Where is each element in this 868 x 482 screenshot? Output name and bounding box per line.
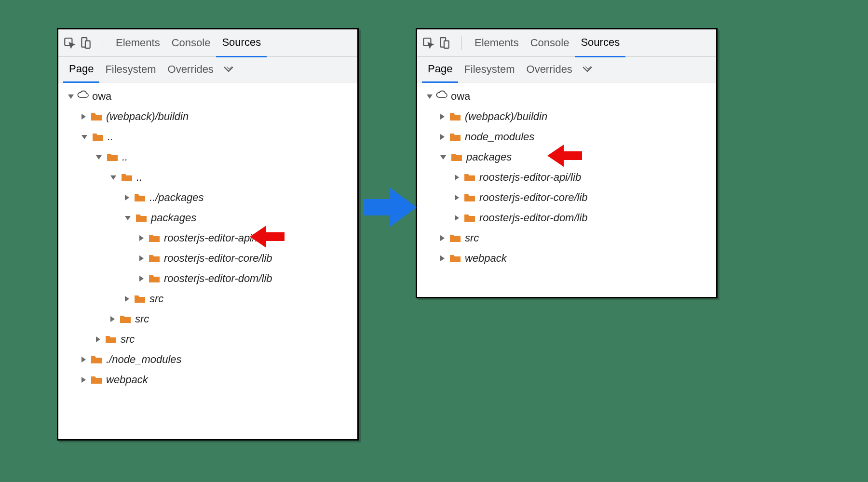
- subtab-filesystem[interactable]: Filesystem: [99, 57, 162, 82]
- subtab-page[interactable]: Page: [422, 56, 458, 83]
- chevron-right-icon: [455, 174, 459, 180]
- chevron-right-icon: [81, 357, 86, 362]
- devtools-right-panel: Elements Console Sources Page Filesystem…: [416, 28, 718, 298]
- tree-item[interactable]: roosterjs-editor-api/lib: [417, 167, 716, 187]
- tree-item[interactable]: src: [417, 228, 716, 248]
- more-tabs-icon[interactable]: [582, 63, 593, 76]
- tree-root[interactable]: owa: [417, 86, 716, 107]
- tree-item[interactable]: roosterjs-editor-dom/lib: [58, 268, 357, 289]
- tree-item-label: ./node_modules: [106, 353, 182, 366]
- tab-console[interactable]: Console: [525, 29, 575, 56]
- folder-icon: [134, 193, 146, 202]
- tree-item-label: src: [121, 333, 135, 346]
- chevron-right-icon: [81, 114, 86, 120]
- chevron-right-icon: [139, 255, 144, 261]
- folder-icon: [105, 335, 117, 344]
- chevron-down-icon: [427, 94, 433, 99]
- separator: [461, 36, 462, 50]
- tree-item[interactable]: roosterjs-editor-api/lib: [58, 228, 357, 248]
- chevron-right-icon: [139, 235, 144, 241]
- svg-rect-10: [364, 199, 392, 215]
- tree-item-label: owa: [92, 90, 111, 103]
- more-tabs-icon[interactable]: [223, 63, 234, 76]
- tree-item[interactable]: roosterjs-editor-core/lib: [417, 187, 716, 208]
- tree-item[interactable]: ../packages: [58, 187, 357, 208]
- chevron-right-icon: [440, 235, 445, 241]
- device-toggle-icon[interactable]: [438, 37, 451, 49]
- tree-item-label: ..: [108, 131, 113, 143]
- tab-elements[interactable]: Elements: [110, 29, 166, 56]
- chevron-right-icon: [440, 114, 445, 120]
- chevron-right-icon: [139, 276, 144, 281]
- folder-icon: [449, 233, 461, 243]
- chevron-down-icon: [440, 155, 446, 160]
- tree-item-label: roosterjs-editor-dom/lib: [479, 212, 588, 224]
- chevron-right-icon: [125, 296, 129, 302]
- tree-item[interactable]: webpack: [417, 248, 716, 268]
- chevron-right-icon: [455, 195, 459, 201]
- subtab-filesystem[interactable]: Filesystem: [458, 57, 520, 82]
- tab-elements[interactable]: Elements: [469, 29, 525, 56]
- tree-item-packages[interactable]: packages: [58, 208, 357, 228]
- tree-item-label: (webpack)/buildin: [106, 110, 189, 123]
- chevron-right-icon: [81, 377, 86, 383]
- tree-item-label: webpack: [106, 374, 148, 386]
- tree-item[interactable]: ..: [58, 167, 357, 187]
- file-tree-left: owa (webpack)/buildin .. ..: [58, 82, 357, 396]
- inspect-icon[interactable]: [422, 37, 434, 49]
- chevron-down-icon: [110, 175, 116, 180]
- device-toggle-icon[interactable]: [80, 37, 92, 49]
- chevron-down-icon: [68, 94, 74, 99]
- subtab-page[interactable]: Page: [63, 56, 99, 83]
- tree-item-label: src: [135, 313, 149, 325]
- top-tabbar: Elements Console Sources: [417, 29, 716, 57]
- chevron-right-icon: [455, 215, 459, 221]
- folder-icon: [134, 294, 146, 304]
- tab-sources[interactable]: Sources: [575, 29, 625, 57]
- folder-icon: [91, 112, 102, 121]
- chevron-right-icon: [125, 195, 129, 201]
- folder-icon: [149, 274, 160, 283]
- tree-item[interactable]: src: [58, 289, 357, 309]
- tree-item-label: packages: [151, 212, 196, 224]
- svg-rect-5: [444, 41, 449, 48]
- separator: [103, 36, 103, 50]
- tree-item[interactable]: (webpack)/buildin: [58, 107, 357, 127]
- tree-item[interactable]: ./node_modules: [58, 349, 357, 370]
- tab-sources[interactable]: Sources: [216, 29, 267, 57]
- tree-item[interactable]: ..: [58, 147, 357, 167]
- chevron-right-icon: [440, 255, 445, 261]
- svg-marker-11: [390, 187, 417, 227]
- tree-item[interactable]: roosterjs-editor-core/lib: [58, 248, 357, 268]
- tree-item-label: (webpack)/buildin: [465, 110, 547, 123]
- chevron-right-icon: [96, 336, 100, 342]
- tree-item-label: webpack: [465, 252, 507, 265]
- tree-item[interactable]: node_modules: [417, 127, 716, 147]
- folder-icon: [92, 132, 104, 142]
- inspect-icon[interactable]: [63, 37, 76, 49]
- tree-item-label: ..: [122, 151, 128, 163]
- tree-item[interactable]: src: [58, 309, 357, 329]
- subtab-overrides[interactable]: Overrides: [162, 57, 219, 82]
- chevron-right-icon: [110, 316, 115, 322]
- subtab-overrides[interactable]: Overrides: [521, 57, 578, 82]
- tree-item[interactable]: (webpack)/buildin: [417, 107, 716, 127]
- sub-tabbar: Page Filesystem Overrides: [58, 57, 357, 82]
- tree-item-label: roosterjs-editor-dom/lib: [164, 272, 272, 285]
- tree-item[interactable]: ..: [58, 127, 357, 147]
- tree-item-label: roosterjs-editor-core/lib: [164, 252, 272, 265]
- tree-item-label: node_modules: [465, 131, 534, 143]
- tree-item[interactable]: webpack: [58, 370, 357, 390]
- tree-root[interactable]: owa: [58, 86, 357, 107]
- tab-console[interactable]: Console: [166, 29, 217, 56]
- tree-item-packages[interactable]: packages: [417, 147, 716, 167]
- folder-icon: [449, 112, 461, 121]
- tree-item[interactable]: src: [58, 329, 357, 349]
- tree-item-label: roosterjs-editor-api/lib: [164, 232, 266, 244]
- svg-rect-2: [85, 41, 90, 48]
- folder-icon: [449, 132, 461, 142]
- tree-item-label: ..: [136, 171, 142, 184]
- folder-icon: [464, 173, 475, 182]
- tree-item[interactable]: roosterjs-editor-dom/lib: [417, 208, 716, 228]
- folder-icon: [449, 254, 461, 263]
